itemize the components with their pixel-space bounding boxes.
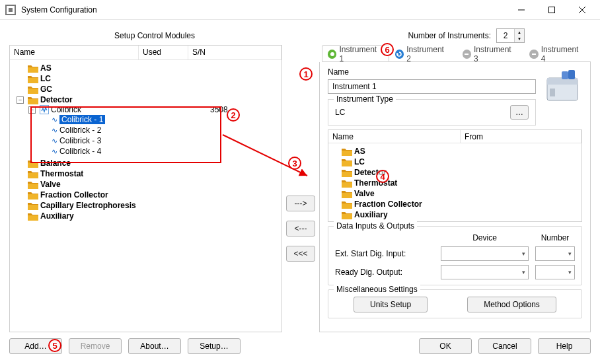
tab-label: Instrument 3 [474, 45, 516, 63]
signal-icon: ∿ [52, 126, 57, 135]
tree-item[interactable]: Colibrick [51, 105, 81, 114]
signal-icon: ∿ [52, 116, 57, 124]
ext-start-device-combo[interactable]: ▾ [441, 246, 529, 261]
tab-label: Instrument 4 [541, 45, 583, 63]
status-dot-icon [529, 50, 538, 59]
svg-rect-2 [465, 54, 469, 55]
instrument-image [544, 67, 582, 104]
spinner-up[interactable]: ▲ [515, 29, 524, 36]
signal-icon: ∿ [52, 147, 57, 156]
r-col-from[interactable]: From [461, 130, 581, 143]
tree-item[interactable]: Detector [354, 168, 387, 177]
misc-settings-group: Miscellaneous Settings Units Setup Metho… [328, 289, 582, 318]
instrument-type-value: LC [335, 108, 505, 117]
tab-label: Instrument 2 [406, 45, 449, 63]
collapse-toggle[interactable]: − [17, 96, 24, 104]
status-dot-icon [328, 50, 336, 59]
svg-rect-3 [532, 54, 536, 55]
svg-point-1 [330, 52, 334, 56]
tab-label: Instrument 1 [339, 45, 381, 63]
ext-start-number-combo[interactable]: ▾ [535, 246, 575, 261]
ok-button[interactable]: OK [419, 338, 472, 354]
num-instruments-label: Number of Instruments: [408, 31, 491, 40]
tree-item[interactable]: Auxiliary [354, 210, 388, 219]
tree-item[interactable]: Thermostat [354, 178, 397, 188]
tree-item[interactable]: AS [40, 63, 52, 73]
tree-item[interactable]: Auxiliary [40, 211, 74, 221]
instrument-name-label: Name [328, 67, 536, 77]
about-button[interactable]: About… [128, 338, 181, 354]
folder-icon [342, 179, 352, 188]
ready-number-combo[interactable]: ▾ [535, 265, 575, 279]
units-setup-button[interactable]: Units Setup [354, 297, 428, 312]
remove-button[interactable]: Remove [69, 338, 122, 354]
move-left-button[interactable]: <--- [286, 221, 315, 237]
cancel-button[interactable]: Cancel [478, 338, 531, 354]
method-options-button[interactable]: Method Options [467, 297, 556, 312]
folder-icon [28, 96, 38, 104]
device-icon [40, 105, 49, 114]
maximize-button[interactable] [537, 0, 567, 20]
tree-item[interactable]: LC [354, 157, 365, 166]
folder-icon [342, 200, 352, 209]
status-dot-icon [463, 50, 471, 59]
help-button[interactable]: Help [538, 338, 591, 354]
svg-rect-0 [549, 7, 555, 13]
tree-item[interactable]: Valve [40, 180, 61, 189]
tab-instrument-1[interactable]: Instrument 1 [322, 45, 389, 61]
folder-icon [28, 201, 38, 210]
instrument-modules-listview[interactable]: Name From ASLCDetectorThermostatValveFra… [328, 129, 582, 222]
move-all-left-button[interactable]: <<< [286, 246, 315, 262]
tree-item[interactable]: Balance [40, 159, 71, 168]
status-dot-icon [395, 50, 404, 59]
ready-device-combo[interactable]: ▾ [441, 265, 529, 279]
io-number-label: Number [535, 233, 575, 242]
num-instruments-input[interactable] [497, 29, 514, 42]
folder-icon [342, 147, 352, 156]
move-right-button[interactable]: ---> [286, 196, 315, 211]
r-col-name[interactable]: Name [328, 130, 461, 143]
tree-item[interactable]: GC [40, 85, 52, 94]
io-device-label: Device [441, 233, 529, 242]
folder-icon [28, 159, 38, 168]
minimize-button[interactable] [506, 0, 537, 20]
tree-item[interactable]: Colibrick - 3 [59, 136, 101, 145]
tree-item[interactable]: AS [354, 147, 365, 156]
folder-icon [28, 180, 38, 189]
folder-icon [28, 64, 38, 73]
modules-listview[interactable]: Name Used S/N ASLCGC−Detector−Colibrick3… [9, 45, 282, 332]
tree-item[interactable]: Fraction Collector [40, 190, 108, 200]
tree-item[interactable]: Colibrick - 4 [59, 147, 101, 156]
folder-icon [342, 211, 352, 219]
tree-item[interactable]: Colibrick - 1 [59, 115, 105, 124]
tree-item[interactable]: Detector [40, 95, 73, 104]
setup-button[interactable]: Setup… [188, 338, 241, 354]
tree-item[interactable]: Capillary Electrophoresis [40, 201, 136, 210]
col-sn[interactable]: S/N [188, 46, 281, 59]
tree-item[interactable]: LC [40, 74, 51, 83]
instrument-name-input[interactable] [328, 79, 536, 94]
num-instruments-spinner[interactable]: ▲ ▼ [496, 28, 525, 43]
folder-icon [28, 212, 38, 221]
tab-instrument-3[interactable]: Instrument 3 [457, 45, 524, 61]
col-name[interactable]: Name [10, 46, 139, 59]
window-title: System Configuration [21, 5, 506, 15]
close-button[interactable] [567, 0, 597, 20]
tree-item[interactable]: Thermostat [40, 169, 83, 178]
tab-instrument-2[interactable]: Instrument 2 [389, 45, 457, 61]
spinner-down[interactable]: ▼ [515, 36, 524, 42]
add-button[interactable]: Add… [9, 338, 62, 354]
svg-rect-6 [550, 89, 555, 96]
tab-instrument-4[interactable]: Instrument 4 [523, 45, 591, 61]
instrument-type-browse-button[interactable]: … [510, 105, 529, 120]
folder-icon [28, 85, 38, 94]
tree-item[interactable]: Fraction Collector [354, 200, 422, 209]
col-used[interactable]: Used [139, 46, 188, 59]
misc-legend: Miscellaneous Settings [334, 285, 420, 294]
collapse-toggle[interactable]: − [28, 106, 36, 114]
app-icon [5, 5, 16, 15]
tree-item[interactable]: Valve [354, 189, 375, 198]
tree-item[interactable]: Colibrick - 2 [59, 126, 101, 135]
folder-icon [342, 168, 352, 177]
data-io-legend: Data Inputs & Outputs [334, 221, 417, 231]
